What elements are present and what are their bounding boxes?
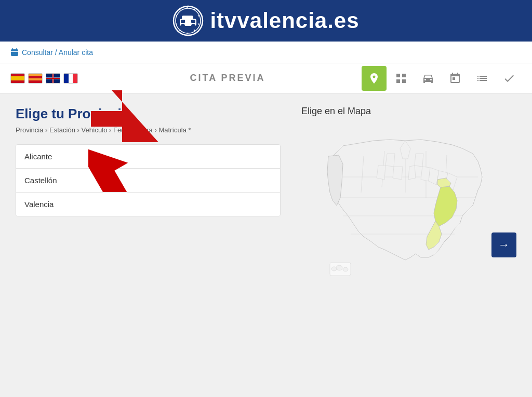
left-panel: Elige tu Provincia Provincia › Estación … xyxy=(16,106,281,382)
province-item-alicante[interactable]: Alicante xyxy=(16,145,280,169)
nav-icons xyxy=(362,66,522,91)
svg-rect-19 xyxy=(12,48,13,51)
nav-center: CITA PREVIA xyxy=(94,73,362,84)
nav-bar: CITA PREVIA xyxy=(0,63,532,93)
consultar-text: Consultar / Anular cita xyxy=(22,48,93,57)
breadcrumb-hora: Hora xyxy=(138,126,153,134)
consultar-link[interactable]: Consultar / Anular cita xyxy=(10,48,93,57)
nav-icon-list[interactable] xyxy=(470,66,495,91)
right-panel: Elige en el Mapa xyxy=(301,106,520,382)
calendar-small-icon xyxy=(10,48,19,57)
nav-title: CITA PREVIA xyxy=(190,73,265,84)
page-title: Elige tu Provincia xyxy=(16,106,281,122)
nav-icon-check[interactable] xyxy=(497,66,522,91)
svg-point-36 xyxy=(336,265,342,270)
breadcrumb: Provincia › Estación › Vehículo › Fecha … xyxy=(16,126,281,134)
map-title: Elige en el Mapa xyxy=(301,106,520,117)
svg-rect-16 xyxy=(181,20,185,23)
nav-icon-car[interactable] xyxy=(416,66,441,91)
breadcrumb-fecha: Fecha xyxy=(113,126,132,134)
list-icon xyxy=(476,72,488,85)
top-bar: Consultar / Anular cita xyxy=(0,42,532,63)
check-icon xyxy=(503,72,515,85)
province-list: Alicante Castellón Valencia xyxy=(16,144,281,216)
flag-fr[interactable] xyxy=(63,73,78,84)
flag-group xyxy=(10,73,78,84)
header-logo-icon: ★ ★ ★ ★ ★ ★ ★ ★ ★ ★ xyxy=(172,5,204,36)
flag-ca[interactable] xyxy=(28,73,43,84)
province-item-castellon[interactable]: Castellón xyxy=(16,169,280,193)
flag-uk[interactable] xyxy=(46,73,60,84)
svg-rect-20 xyxy=(16,48,17,51)
breadcrumb-provincia: Provincia xyxy=(16,126,43,134)
svg-rect-21 xyxy=(11,51,18,52)
location-icon xyxy=(368,72,380,85)
grid-icon xyxy=(395,72,407,85)
svg-point-35 xyxy=(331,267,337,271)
breadcrumb-vehiculo: Vehículo xyxy=(82,126,108,134)
nav-icon-location[interactable] xyxy=(362,66,387,91)
svg-point-37 xyxy=(343,267,348,271)
svg-point-15 xyxy=(191,24,195,28)
spain-map[interactable] xyxy=(301,125,520,291)
spain-map-svg xyxy=(301,125,520,291)
flag-es[interactable] xyxy=(10,73,25,84)
svg-point-14 xyxy=(181,24,185,28)
calendar-icon xyxy=(449,72,461,85)
header: ★ ★ ★ ★ ★ ★ ★ ★ ★ ★ itvvalencia.es xyxy=(0,0,532,42)
breadcrumb-matricula: Matrícula * xyxy=(158,126,191,134)
nav-icon-grid[interactable] xyxy=(389,66,414,91)
svg-rect-17 xyxy=(191,20,195,23)
nav-icon-calendar[interactable] xyxy=(443,66,468,91)
svg-text:★: ★ xyxy=(175,22,178,25)
breadcrumb-estacion: Estación xyxy=(49,126,75,134)
province-item-valencia[interactable]: Valencia xyxy=(16,193,280,216)
main-content: Elige tu Provincia Provincia › Estación … xyxy=(0,93,532,394)
site-title: itvvalencia.es xyxy=(210,8,359,33)
car-icon xyxy=(422,72,434,85)
